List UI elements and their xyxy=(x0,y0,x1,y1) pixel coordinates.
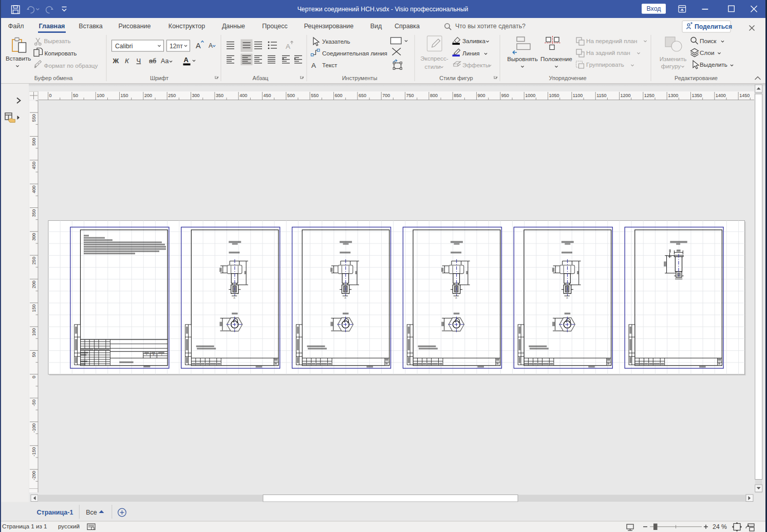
svg-text:400: 400 xyxy=(31,185,36,193)
svg-text:950: 950 xyxy=(501,93,509,98)
svg-text:1000: 1000 xyxy=(525,93,535,98)
svg-text:0: 0 xyxy=(31,376,36,378)
svg-text:350: 350 xyxy=(216,93,223,98)
svg-text:стили: стили xyxy=(424,63,440,70)
svg-text:А: А xyxy=(184,56,189,64)
svg-text:50: 50 xyxy=(73,93,78,98)
svg-text:350: 350 xyxy=(31,210,36,217)
svg-text:-200: -200 xyxy=(31,471,36,480)
svg-text:Выровнять: Выровнять xyxy=(507,55,538,62)
svg-text:1150: 1150 xyxy=(596,93,606,98)
svg-text:250: 250 xyxy=(31,257,36,264)
svg-text:1100: 1100 xyxy=(573,93,583,98)
svg-text:Копировать: Копировать xyxy=(45,50,77,56)
svg-text:На передний план: На передний план xyxy=(586,37,637,44)
svg-text:-50: -50 xyxy=(31,400,36,406)
svg-text:Вид: Вид xyxy=(370,23,382,30)
svg-text:Группировать: Группировать xyxy=(586,61,624,68)
svg-text:Рецензирование: Рецензирование xyxy=(304,23,354,30)
svg-text:Заливка: Заливка xyxy=(462,37,485,44)
svg-text:500: 500 xyxy=(31,138,36,146)
svg-text:500: 500 xyxy=(287,93,295,98)
svg-text:800: 800 xyxy=(430,93,438,98)
svg-text:1200: 1200 xyxy=(621,93,631,98)
svg-text:200: 200 xyxy=(31,281,36,289)
svg-text:А: А xyxy=(209,42,213,49)
svg-text:Шрифт: Шрифт xyxy=(150,75,169,81)
svg-text:Вставка: Вставка xyxy=(79,23,103,30)
svg-text:300: 300 xyxy=(31,233,36,241)
svg-text:300: 300 xyxy=(192,93,200,98)
svg-text:К: К xyxy=(125,57,129,65)
svg-text:400: 400 xyxy=(239,93,247,98)
svg-text:Аа: Аа xyxy=(161,58,169,65)
svg-text:150: 150 xyxy=(121,93,128,98)
svg-text:Чертежи соединений НСН.vsdx -: Чертежи соединений НСН.vsdx - Visio проф… xyxy=(297,6,469,13)
svg-text:Стили фигур: Стили фигур xyxy=(439,75,473,81)
svg-text:Ж: Ж xyxy=(113,57,119,65)
svg-text:Вырезать: Вырезать xyxy=(44,37,71,44)
svg-text:450: 450 xyxy=(31,162,36,169)
svg-text:Выделить: Выделить xyxy=(700,61,727,68)
svg-text:Указатель: Указатель xyxy=(322,38,350,45)
svg-text:Вход: Вход xyxy=(646,5,661,12)
svg-text:А: А xyxy=(196,42,201,50)
svg-text:Экспресс-: Экспресс- xyxy=(420,55,448,62)
svg-text:1350: 1350 xyxy=(692,93,702,98)
svg-text:Соединительная линия: Соединительная линия xyxy=(322,50,387,56)
svg-text:Справка: Справка xyxy=(395,23,420,30)
svg-text:русский: русский xyxy=(58,523,80,529)
svg-text:Файл: Файл xyxy=(8,23,24,30)
svg-text:Буфер обмена: Буфер обмена xyxy=(34,75,73,81)
svg-text:100: 100 xyxy=(97,93,104,98)
svg-text:Поиск: Поиск xyxy=(700,37,717,44)
svg-text:А: А xyxy=(286,43,290,50)
svg-text:Положение: Положение xyxy=(540,55,572,62)
svg-text:Процесс: Процесс xyxy=(262,23,287,30)
svg-text:-150: -150 xyxy=(31,447,36,457)
svg-text:Эффекты: Эффекты xyxy=(462,62,490,68)
svg-text:Данные: Данные xyxy=(222,23,245,30)
svg-text:Страница 1 из 1: Страница 1 из 1 xyxy=(2,523,47,529)
svg-text:450: 450 xyxy=(264,93,271,98)
svg-text:250: 250 xyxy=(168,93,176,98)
svg-text:600: 600 xyxy=(335,93,343,98)
svg-text:1250: 1250 xyxy=(644,93,654,98)
svg-text:Вставить: Вставить xyxy=(6,55,31,62)
svg-text:24 %: 24 % xyxy=(713,523,727,530)
svg-text:Рисование: Рисование xyxy=(119,23,151,30)
svg-text:Линия: Линия xyxy=(462,50,480,56)
svg-text:Calibri: Calibri xyxy=(115,43,133,50)
svg-text:Что вы хотите сделать?: Что вы хотите сделать? xyxy=(455,23,526,30)
svg-text:50: 50 xyxy=(31,352,36,357)
svg-text:Формат по образцу: Формат по образцу xyxy=(44,62,98,69)
svg-text:12пт: 12пт xyxy=(170,43,183,50)
svg-text:150: 150 xyxy=(31,305,36,312)
svg-text:1050: 1050 xyxy=(549,93,559,98)
svg-text:Все: Все xyxy=(86,509,97,516)
svg-text:Текст: Текст xyxy=(322,62,338,68)
svg-text:650: 650 xyxy=(359,93,366,98)
svg-text:аб: аб xyxy=(149,58,156,65)
svg-text:700: 700 xyxy=(382,93,390,98)
svg-text:Упорядочение: Упорядочение xyxy=(549,75,587,81)
svg-text:На задний план: На задний план xyxy=(586,49,630,56)
svg-text:Главная: Главная xyxy=(39,23,65,30)
svg-text:100: 100 xyxy=(31,328,36,336)
svg-text:-100: -100 xyxy=(31,424,36,433)
svg-text:Конструктор: Конструктор xyxy=(169,23,205,30)
svg-text:0: 0 xyxy=(49,93,52,98)
svg-text:900: 900 xyxy=(478,93,485,98)
svg-text:Страница-1: Страница-1 xyxy=(37,509,73,516)
svg-text:фигуру: фигуру xyxy=(661,63,681,69)
svg-text:Изменить: Изменить xyxy=(660,55,687,62)
svg-text:200: 200 xyxy=(144,93,152,98)
svg-text:Поделиться: Поделиться xyxy=(695,23,732,30)
svg-text:1400: 1400 xyxy=(716,93,726,98)
svg-text:Редактирование: Редактирование xyxy=(675,75,718,81)
svg-text:Слои: Слои xyxy=(700,49,714,56)
svg-text:Ч: Ч xyxy=(137,57,141,65)
svg-text:750: 750 xyxy=(406,93,414,98)
svg-text:550: 550 xyxy=(31,114,36,122)
svg-text:550: 550 xyxy=(311,93,319,98)
